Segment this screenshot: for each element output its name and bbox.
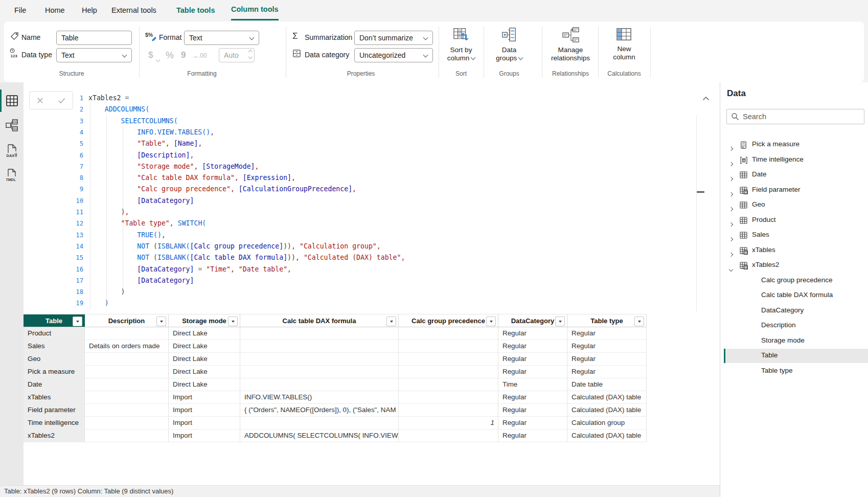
- column-filter-icon[interactable]: [156, 317, 166, 326]
- model-view-button[interactable]: [0, 114, 24, 137]
- grid-cell[interactable]: [399, 353, 498, 366]
- collapse-formula-bar-icon[interactable]: [702, 96, 710, 101]
- code-line[interactable]: 3 SELECTCOLUMNS(: [24, 115, 178, 127]
- chevron-right-icon[interactable]: [729, 189, 733, 198]
- field-table-product[interactable]: Product: [720, 213, 868, 228]
- grid-cell[interactable]: [85, 366, 169, 378]
- grid-cell[interactable]: [399, 404, 498, 417]
- code-line[interactable]: 13 TRUE(),: [24, 229, 166, 241]
- grid-cell[interactable]: Regular: [498, 404, 567, 417]
- field-table-geo[interactable]: Geo: [720, 198, 868, 213]
- grid-cell[interactable]: Regular: [498, 340, 567, 353]
- code-line[interactable]: 6 [Description],: [24, 149, 194, 161]
- field-table-time-intelligence[interactable]: Time intelligence: [720, 153, 868, 168]
- grid-cell[interactable]: [85, 391, 169, 404]
- summarization-select[interactable]: Don’t summarize: [354, 31, 433, 45]
- code-line[interactable]: 2 ADDCOLUMNS(: [24, 103, 149, 115]
- data-groups-button[interactable]: Datagroups: [487, 26, 532, 69]
- column-name-input[interactable]: Table: [56, 31, 132, 45]
- code-line[interactable]: 15 NOT (ISBLANK([Calc table DAX formula]…: [24, 252, 405, 263]
- grid-cell[interactable]: [240, 327, 399, 340]
- field-item-datacategory[interactable]: DataCategory: [720, 304, 868, 319]
- column-filter-icon[interactable]: [555, 317, 565, 326]
- grid-cell[interactable]: [399, 340, 498, 353]
- menu-column-tools[interactable]: Column tools: [231, 0, 279, 20]
- grid-cell[interactable]: Date table: [567, 378, 647, 391]
- grid-cell[interactable]: Geo: [24, 353, 85, 366]
- code-line[interactable]: 11 ),: [24, 206, 129, 218]
- chevron-right-icon[interactable]: [729, 219, 733, 228]
- code-line[interactable]: 14 NOT (ISBLANK([Calc group precedence])…: [24, 240, 381, 252]
- grid-cell[interactable]: [399, 378, 498, 391]
- code-line[interactable]: 17 [DataCategory]: [24, 275, 194, 286]
- menu-home[interactable]: Home: [45, 0, 65, 20]
- grid-cell[interactable]: Regular: [567, 353, 647, 366]
- grid-cell[interactable]: INFO.VIEW.TABLES(): [240, 391, 399, 404]
- grid-cell[interactable]: Import: [169, 417, 240, 430]
- grid-cell[interactable]: Field parameter: [24, 404, 85, 417]
- column-header[interactable]: Calc table DAX formula: [240, 314, 399, 327]
- code-line[interactable]: 16 [DataCategory] = "Time", "Date table"…: [24, 263, 291, 275]
- code-line[interactable]: 19 ): [24, 297, 109, 309]
- sort-by-column-button[interactable]: Sort bycolumn: [439, 26, 484, 69]
- grid-cell[interactable]: Regular: [567, 340, 647, 353]
- currency-chevron-icon[interactable]: [156, 54, 159, 63]
- code-line[interactable]: 8 "Calc table DAX formula", [Expression]…: [24, 172, 295, 184]
- column-header[interactable]: Storage mode: [169, 314, 240, 327]
- column-filter-icon[interactable]: [73, 317, 82, 326]
- code-line[interactable]: 5 "Table", [Name],: [24, 138, 202, 149]
- column-header[interactable]: Calc group precedence: [399, 314, 498, 327]
- grid-cell[interactable]: [399, 366, 498, 378]
- field-table-xtables[interactable]: xTables: [720, 243, 868, 258]
- grid-cell[interactable]: Pick a measure: [24, 366, 85, 378]
- grid-cell[interactable]: Calculated (DAX) table: [567, 430, 647, 442]
- data-category-select[interactable]: Uncategorized: [354, 48, 433, 62]
- grid-cell[interactable]: [240, 340, 399, 353]
- grid-cell[interactable]: [85, 353, 169, 366]
- code-line[interactable]: 18 ): [24, 286, 125, 298]
- grid-cell[interactable]: Details on orders made: [85, 340, 169, 353]
- dax-query-view-button[interactable]: DAX: [0, 140, 24, 162]
- code-line[interactable]: 7 "Storage mode", [StorageMode],: [24, 161, 259, 172]
- grid-cell[interactable]: [85, 417, 169, 430]
- column-filter-icon[interactable]: [634, 317, 644, 326]
- grid-cell[interactable]: Regular: [498, 366, 567, 378]
- chevron-right-icon[interactable]: [729, 204, 733, 213]
- chevron-right-icon[interactable]: [729, 159, 733, 168]
- grid-cell[interactable]: Direct Lake: [169, 353, 240, 366]
- code-line[interactable]: 12 "Table type", SWITCH(: [24, 217, 206, 229]
- grid-cell[interactable]: Import: [169, 391, 240, 404]
- column-header[interactable]: Table: [24, 314, 85, 327]
- grid-cell[interactable]: [85, 378, 169, 391]
- data-type-select[interactable]: Text: [56, 48, 132, 62]
- grid-cell[interactable]: [240, 378, 399, 391]
- manage-relationships-button[interactable]: Managerelationships: [545, 26, 596, 69]
- grid-cell[interactable]: [85, 327, 169, 340]
- field-item-storage-mode[interactable]: Storage mode: [720, 334, 868, 349]
- grid-cell[interactable]: [240, 353, 399, 366]
- grid-cell[interactable]: [399, 327, 498, 340]
- grid-cell[interactable]: Import: [169, 404, 240, 417]
- menu-help[interactable]: Help: [82, 0, 97, 20]
- grid-cell[interactable]: Regular: [498, 391, 567, 404]
- chevron-right-icon[interactable]: [729, 234, 733, 243]
- percent-format-button[interactable]: %: [166, 50, 174, 61]
- decimal-places-button[interactable]: →.00: [192, 52, 207, 59]
- grid-cell[interactable]: Date: [24, 378, 85, 391]
- editor-resize-handle[interactable]: [697, 191, 704, 193]
- grid-cell[interactable]: [399, 430, 498, 442]
- column-header[interactable]: DataCategory: [498, 314, 567, 327]
- field-item-table-type[interactable]: Table type: [720, 364, 868, 379]
- grid-cell[interactable]: Regular: [498, 353, 567, 366]
- grid-cell[interactable]: ADDCOLUMNS( SELECTCOLUMNS( INFO.VIEW.: [240, 430, 399, 442]
- grid-cell[interactable]: Direct Lake: [169, 340, 240, 353]
- column-filter-icon[interactable]: [386, 317, 396, 326]
- grid-cell[interactable]: Product: [24, 327, 85, 340]
- grid-cell[interactable]: Regular: [498, 417, 567, 430]
- field-table-pick-a-measure[interactable]: Pick a measure: [720, 138, 868, 152]
- grid-cell[interactable]: Sales: [24, 340, 85, 353]
- code-line[interactable]: 10 [DataCategory]: [24, 195, 194, 207]
- menu-file[interactable]: File: [14, 0, 26, 20]
- field-table-sales[interactable]: Sales: [720, 228, 868, 243]
- grid-cell[interactable]: Regular: [498, 327, 567, 340]
